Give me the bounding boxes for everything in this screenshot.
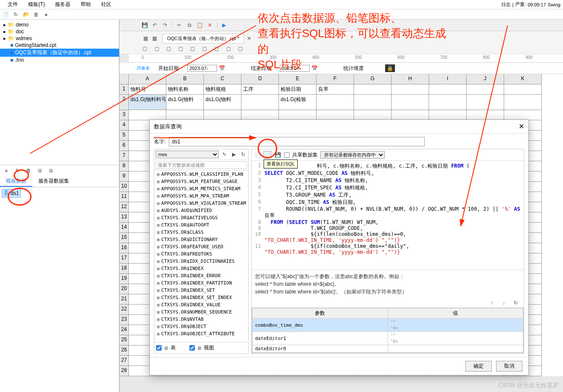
calendar-icon[interactable]: 📅 [219, 65, 225, 71]
t9-icon[interactable]: ▢ [236, 45, 244, 52]
save-sql-icon[interactable]: 💾 [274, 151, 282, 159]
undo-icon[interactable]: ↶ [151, 21, 159, 29]
sql-editor[interactable]: 1SE 料号, c.物料名称, c.物料规格, c.工序, c.检验日期 FRO… [252, 161, 524, 270]
table-row[interactable]: ▦CTXSYS.DR$OBJECT_ATTRIBUTE [154, 330, 248, 337]
table-row[interactable]: ▦CTXSYS.DR$DICTIONARY [154, 236, 248, 243]
connection-select[interactable]: mes [156, 151, 219, 158]
menu-server[interactable]: 服务器 [50, 0, 75, 9]
cancel-button[interactable]: 取消 [496, 361, 522, 372]
log-link[interactable]: 日志 [501, 1, 511, 8]
ok-button[interactable]: 确定 [465, 361, 492, 372]
grid2-icon[interactable]: ▦ [151, 35, 158, 42]
tab-server-data[interactable]: 服务器数据集 [32, 176, 75, 187]
paste-icon[interactable]: 📋 [196, 21, 203, 29]
param-row[interactable]: dateEditor0 [252, 345, 523, 353]
edit-conn-icon[interactable]: ✎ [221, 151, 228, 158]
pencil-icon[interactable]: ✎ [14, 167, 21, 174]
table-row[interactable]: ▦CTXSYS.DR$ACTIVELOGS [154, 214, 248, 221]
t3-icon[interactable]: ▢ [165, 45, 172, 52]
grid-icon[interactable]: ▦ [142, 35, 149, 42]
folder-open-icon[interactable]: 📂 [22, 11, 30, 18]
ds-item-ds1[interactable]: 🗄 ds1 [2, 189, 21, 197]
table-row[interactable]: ▦CTXSYS.DR$INDEX_SET [154, 287, 248, 294]
table-row[interactable]: ▦APPQOSSYS.WLM_METRICS_STREAM [154, 185, 248, 192]
copy-icon[interactable]: ⧉ [186, 21, 193, 29]
table-row[interactable]: ▦CTXSYS.DR$AUTOOPT [154, 221, 248, 229]
start-date-label: 开始日期 [158, 65, 179, 72]
table-row[interactable]: ▦APPQOSSYS.WLM_VIOLATION_STREAM [154, 200, 248, 207]
t1-icon[interactable]: ▢ [141, 45, 148, 52]
tree-folder-demo[interactable]: ▸📁demo [0, 21, 119, 28]
table-row[interactable]: ▦CTXSYS.DR$INDEX_PARTITION [154, 279, 248, 287]
lock-icon[interactable]: 🔒 [385, 64, 395, 72]
refresh-icon[interactable]: ↻ [12, 11, 20, 18]
table-filter-check[interactable] [156, 345, 162, 351]
preview-icon[interactable]: ▶ [220, 21, 228, 29]
copy-icon[interactable]: ⧉ [36, 167, 44, 174]
t8-icon[interactable]: ▢ [224, 45, 232, 52]
severity-label: 严重: [515, 1, 526, 8]
table-row[interactable]: ▦CTXSYS.DR$IDX_DICTIONARIES [154, 258, 248, 265]
preview-icon[interactable]: ⧉ [47, 167, 55, 174]
table-row[interactable]: ▦CTXSYS.DR$INDEX_ERROR [154, 272, 248, 279]
table-row[interactable]: ▦APPQOSSYS.WLM_CLASSIFIER_PLAN [154, 171, 248, 178]
table-row[interactable]: ▦CTXSYS.DR$FEATURE_USED [154, 243, 248, 250]
expand-icon[interactable]: ▸ [43, 11, 50, 18]
view-sql-icon[interactable]: 📄 [264, 151, 271, 159]
table-row[interactable]: ▦AUDSYS.AUD$UNIFIED [154, 207, 248, 214]
redo-icon[interactable]: ↷ [161, 21, 169, 29]
add-icon[interactable]: ＋ [3, 167, 10, 174]
share-check[interactable] [284, 152, 290, 158]
down-icon[interactable]: ↓ [500, 299, 508, 307]
close-tab-icon[interactable]: ✕ [245, 35, 253, 42]
new-file-icon[interactable]: 📄 [2, 11, 9, 18]
script-icon[interactable]: 📄 [253, 151, 261, 159]
t7-icon[interactable]: ▢ [212, 45, 220, 52]
run-icon[interactable]: ▶ [230, 151, 238, 158]
refresh-icon[interactable]: ↻ [512, 299, 519, 307]
t5-icon[interactable]: ▢ [189, 45, 196, 52]
end-date-input[interactable] [280, 65, 310, 72]
table-row[interactable]: ▦APPQOSSYS.WLM_MPA_STREAM [154, 192, 248, 200]
table-row[interactable]: ▦CTXSYS.DR$OBJECT [154, 323, 248, 330]
t4-icon[interactable]: ▢ [177, 45, 184, 52]
memory-select[interactable]: 所有记录都保存在内存中 [320, 151, 385, 159]
save-icon[interactable]: 💾 [141, 21, 148, 29]
cut-icon[interactable]: ✂ [175, 21, 183, 29]
tab-template-data[interactable]: 模板数据 [0, 176, 32, 187]
refresh-icon[interactable]: ↻ [239, 151, 247, 158]
calendar-icon[interactable]: 📅 [311, 65, 318, 71]
ds-name-input[interactable] [169, 137, 425, 146]
tree-file-frm[interactable]: ■.frm [0, 57, 119, 64]
table-row[interactable]: ▦CTXSYS.DR$INDEX_SET_INDEX [154, 294, 248, 301]
table-row[interactable]: ▦CTXSYS.DR$FREQTOKS [154, 250, 248, 258]
menu-file[interactable]: 文件 [3, 0, 23, 9]
menu-help[interactable]: 帮助 [75, 0, 96, 9]
close-icon[interactable]: ✕ [519, 122, 524, 131]
start-date-input[interactable] [187, 65, 217, 72]
view-filter-check[interactable] [189, 345, 195, 351]
tree-folder-wdmes[interactable]: ▸📁wdmes [0, 35, 119, 42]
table-row[interactable]: ▦CTXSYS.DR$CLASS [154, 229, 248, 236]
tree-file-oqc[interactable]: ■OQC良率报表（验证中勿动）.cpt [0, 49, 119, 57]
table-search-input[interactable] [156, 161, 247, 169]
trash-icon[interactable]: 🗑 [25, 167, 32, 174]
menu-community[interactable]: 社区 [96, 0, 116, 9]
table-row[interactable]: ▦CTXSYS.DR$INDEX [154, 265, 248, 272]
param-row[interactable]: comboBox_time_dmsᴬᵁᴬʙᴄ [252, 319, 523, 332]
table-list[interactable]: ▦APPQOSSYS.WLM_CLASSIFIER_PLAN▦APPQOSSYS… [154, 171, 248, 342]
close-icon[interactable]: ✕ [206, 21, 214, 29]
param-row[interactable]: dateEditor1ᴬᵁᴬʙᴄ [252, 332, 523, 345]
tree-folder-doc[interactable]: ▸📁doc [0, 28, 119, 35]
delete-icon[interactable]: 🗑 [32, 11, 40, 18]
tree-file-gettingstarted[interactable]: ■GettingStarted.cpt [0, 42, 119, 49]
t2-icon[interactable]: ▢ [153, 45, 160, 52]
table-row[interactable]: ▦CTXSYS.DR$NVTAB [154, 316, 248, 323]
table-row[interactable]: ▦CTXSYS.DR$NUMBER_SEQUENCE [154, 308, 248, 316]
doc-tab[interactable]: OQC良率报表（验...中勿动）.cpt * [163, 34, 244, 44]
table-row[interactable]: ▦APPQOSSYS.WLM_FEATURE_USAGE [154, 178, 248, 185]
t6-icon[interactable]: ▢ [200, 45, 208, 52]
up-icon[interactable]: ↑ [488, 299, 496, 307]
table-row[interactable]: ▦CTXSYS.DR$INDEX_VALUE [154, 301, 248, 308]
menu-template[interactable]: 模板(T) [23, 0, 50, 9]
